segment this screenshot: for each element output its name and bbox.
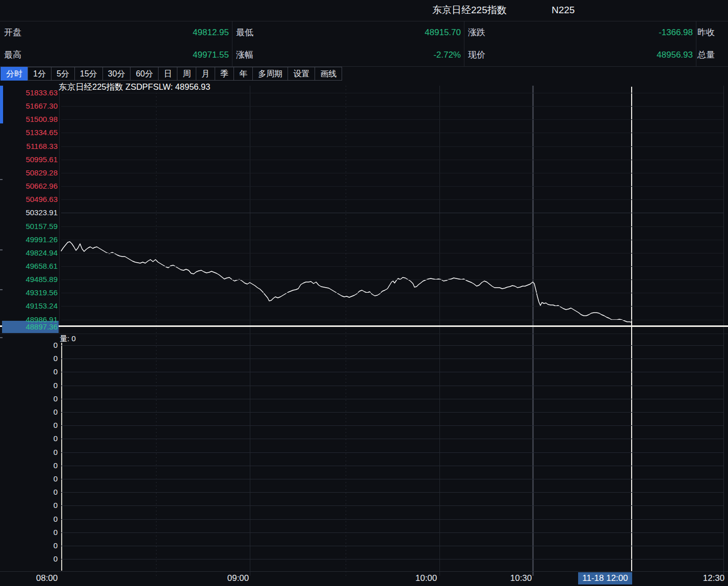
price-axis-label: 49153.24 <box>3 301 58 311</box>
volume-gridline <box>61 559 723 559</box>
volume-axis-label: 0 <box>37 514 58 524</box>
volume-axis-label: 0 <box>37 340 58 350</box>
price-gridline <box>61 293 723 293</box>
left-edge-tick <box>0 179 3 180</box>
price-pane-left-border <box>59 86 60 334</box>
crosshair-time-badge: 11-18 12:00 <box>578 572 632 584</box>
tab-multi-period[interactable]: 多周期 <box>252 67 288 81</box>
price-axis-label: 49319.56 <box>3 288 58 298</box>
stat-change-value: -1366.98 <box>659 21 693 44</box>
time-axis-label: 12:30 <box>703 573 725 583</box>
stat-last-price-value: 48956.93 <box>657 44 693 66</box>
time-axis-label: 10:00 <box>415 573 437 583</box>
price-gridline <box>61 106 723 107</box>
volume-header: 量: 0 <box>60 334 76 344</box>
stat-prev-close-label: 昨收 <box>697 21 715 44</box>
tab-1min[interactable]: 1分 <box>28 67 51 81</box>
price-gridline <box>61 119 723 120</box>
tab-day[interactable]: 日 <box>158 67 177 81</box>
time-axis-border <box>0 571 728 572</box>
stat-last-price: 现价 48956.93 <box>464 44 696 66</box>
price-axis-label: 51833.63 <box>3 88 58 98</box>
chart-area[interactable]: 东京日经225指数 ZSDPFSLW: 48956.93 量: 0 48897.… <box>0 81 728 586</box>
price-axis-label: 48986.91 <box>3 315 58 325</box>
pane-divider <box>0 334 728 334</box>
left-edge-tick <box>0 249 3 250</box>
volume-axis-label: 0 <box>37 367 58 377</box>
volume-axis-label: 0 <box>37 474 58 484</box>
price-axis-label: 51168.33 <box>3 141 58 151</box>
price-gridline <box>61 93 723 93</box>
volume-gridline <box>61 532 723 533</box>
stat-last-price-label: 现价 <box>468 44 485 66</box>
left-accent-strip <box>0 86 3 123</box>
gridline-0930 <box>346 86 346 576</box>
price-gridline <box>61 146 723 147</box>
left-edge-tick <box>0 337 3 338</box>
crosshair-price-value: 48897.36 <box>25 322 58 331</box>
gridline-0900 <box>250 86 250 576</box>
tab-5min[interactable]: 5分 <box>51 67 75 81</box>
price-gridline <box>61 186 723 187</box>
instrument-title: 东京日经225指数 <box>432 0 507 20</box>
volume-gridline <box>61 505 723 506</box>
gridline-1000 <box>439 86 440 576</box>
stat-change-pct-label: 涨幅 <box>236 44 253 66</box>
volume-axis-label: 0 <box>37 527 58 538</box>
price-gridline <box>61 199 723 200</box>
volume-gridline <box>61 345 723 346</box>
tab-quarter[interactable]: 季 <box>215 67 234 81</box>
volume-gridline <box>61 399 723 399</box>
volume-axis-label: 0 <box>37 407 58 417</box>
time-axis-label: 10:30 <box>510 573 532 583</box>
left-edge-tick <box>0 289 3 290</box>
stat-total-volume-label: 总量 <box>697 44 715 66</box>
tab-30min[interactable]: 30分 <box>102 67 131 81</box>
price-gridline <box>61 279 723 280</box>
tab-draw-line[interactable]: 画线 <box>315 67 342 81</box>
price-gridline <box>61 133 723 133</box>
price-axis-label: 49991.26 <box>3 235 58 245</box>
price-gridline <box>61 266 723 267</box>
stat-high: 最高 49971.55 <box>0 44 232 66</box>
volume-gridline <box>61 372 723 372</box>
volume-gridline <box>61 546 723 546</box>
plot-right-border <box>723 86 724 576</box>
volume-axis-label: 0 <box>37 420 58 430</box>
price-axis-label: 51334.65 <box>3 128 58 138</box>
tab-60min[interactable]: 60分 <box>130 67 159 81</box>
price-axis-label: 50662.96 <box>3 181 58 191</box>
session-break-line <box>532 86 534 576</box>
stat-change-label: 涨跌 <box>468 21 485 44</box>
tab-year[interactable]: 年 <box>233 67 253 81</box>
tab-week[interactable]: 周 <box>177 67 196 81</box>
stats-divider <box>696 21 696 66</box>
stats-divider <box>232 21 232 66</box>
tab-timeline[interactable]: 分时 <box>1 67 28 81</box>
volume-gridline <box>61 425 723 426</box>
price-axis-label: 50829.28 <box>3 168 58 178</box>
chart-overlay-title: 东京日经225指数 ZSDPFSLW: 48956.93 <box>59 82 210 93</box>
period-tab-bar: 分时1分5分15分30分60分日周月季年多周期设置画线 <box>1 67 342 81</box>
gridline-0830 <box>156 86 157 576</box>
stat-change-pct-value: -2.72% <box>433 44 461 66</box>
price-gridline <box>61 253 723 253</box>
volume-gridline <box>61 439 723 439</box>
price-gridline <box>61 306 723 307</box>
price-axis-label: 50496.63 <box>3 194 58 205</box>
volume-gridline <box>61 466 723 466</box>
volume-axis-label: 0 <box>37 353 58 364</box>
price-axis-label: 49658.61 <box>3 261 58 271</box>
volume-gridline <box>61 359 723 359</box>
tab-15min[interactable]: 15分 <box>74 67 103 81</box>
volume-axis-label: 0 <box>37 380 58 391</box>
tab-month[interactable]: 月 <box>196 67 215 81</box>
volume-axis-label: 0 <box>37 541 58 551</box>
volume-axis-label: 0 <box>37 487 58 497</box>
volume-gridline <box>61 519 723 520</box>
tab-settings[interactable]: 设置 <box>288 67 315 81</box>
stat-open-label: 开盘 <box>4 21 21 44</box>
volume-axis-label: 0 <box>37 554 58 564</box>
time-axis-label: 08:00 <box>36 573 58 583</box>
price-gridline <box>61 213 723 213</box>
